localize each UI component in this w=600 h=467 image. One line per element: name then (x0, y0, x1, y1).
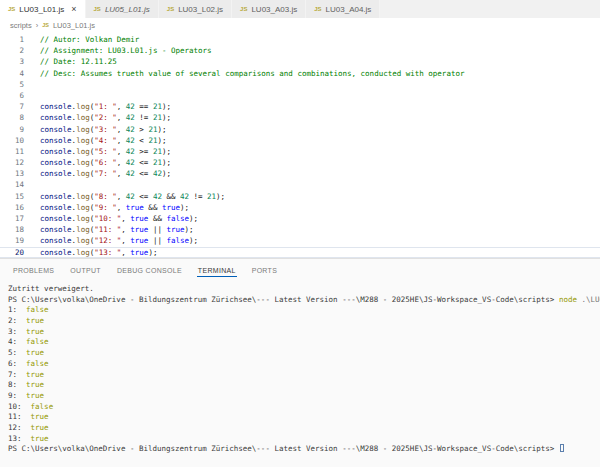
terminal-line: 10: false (8, 402, 600, 413)
code-line: 15console.log("8: ", 42 <= 42 && 42 != 2… (0, 191, 600, 202)
terminal-text-val: false (31, 402, 54, 411)
code-text: console.log("1: ", 42 == 21); (24, 101, 171, 112)
line-number: 7 (0, 101, 24, 112)
token-pun: ); (162, 158, 171, 167)
terminal-text-fg: 13: (8, 434, 31, 443)
token-kw: true (130, 248, 148, 257)
code-line: 16console.log("9: ", true && true); (0, 202, 600, 213)
token-pun: ); (162, 102, 171, 111)
token-var: console (40, 169, 72, 178)
terminal-text-val: true (26, 316, 44, 325)
line-number: 20 (0, 247, 24, 258)
token-pun: && (144, 203, 162, 212)
terminal-text-val: true (31, 423, 49, 432)
terminal-output[interactable]: Zutritt verweigert.PS C:\Users\volka\One… (0, 280, 600, 467)
code-text: console.log("13: ", true); (24, 247, 157, 258)
token-fn: log (76, 214, 90, 223)
token-num: 21 (153, 147, 162, 156)
code-text: console.log("2: ", 42 != 21); (24, 112, 171, 123)
tab-LU05_L01.js[interactable]: JSLU05_L01.js (86, 0, 159, 18)
line-number: 12 (0, 157, 24, 168)
token-pun: , (121, 248, 130, 257)
panel-tab-debug-console[interactable]: DEBUG CONSOLE (116, 263, 183, 277)
close-icon[interactable]: × (71, 5, 76, 14)
code-text: console.log("7: ", 42 <= 42); (24, 168, 171, 179)
panel-tab-problems[interactable]: PROBLEMS (12, 263, 55, 277)
token-var: console (40, 214, 72, 223)
token-str: "4: " (94, 136, 117, 145)
terminal-text-fg: 6: (8, 359, 26, 368)
line-number: 8 (0, 112, 24, 123)
terminal-text-arg: .\LU03_L01.js (577, 295, 600, 304)
line-number: 16 (0, 202, 24, 213)
token-pun: || (148, 236, 166, 245)
panel-tab-terminal[interactable]: TERMINAL (197, 263, 237, 277)
code-text (24, 90, 40, 101)
terminal-text-cmd: node (559, 295, 577, 304)
terminal-cursor (560, 444, 564, 452)
token-num: 42 (126, 158, 135, 167)
token-pun: ); (157, 125, 166, 134)
code-text: // Autor: Volkan Demir (24, 34, 139, 45)
code-text: console.log("6: ", 42 <= 21); (24, 157, 171, 168)
line-number: 9 (0, 124, 24, 135)
line-number: 19 (0, 235, 24, 246)
code-line: 11console.log("5: ", 42 >= 21); (0, 146, 600, 157)
token-pun: <= (135, 169, 153, 178)
token-pun: ); (189, 214, 198, 223)
terminal-line: PS C:\Users\volka\OneDrive - Bildungszen… (8, 444, 600, 455)
token-num: 42 (126, 102, 135, 111)
tab-LU03_A03.js[interactable]: JSLU03_A03.js (232, 0, 306, 18)
token-kw: false (166, 214, 189, 223)
code-line: 10console.log("4: ", 42 < 21); (0, 135, 600, 146)
terminal-line: 12: true (8, 423, 600, 434)
code-text: console.log("3: ", 42 > 21); (24, 124, 166, 135)
breadcrumb-folder[interactable]: scripts (10, 21, 32, 30)
token-var: console (40, 236, 72, 245)
line-number: 18 (0, 224, 24, 235)
terminal-line: 2: true (8, 316, 600, 327)
token-str: "8: " (94, 192, 117, 201)
panel-tab-bar: PROBLEMSOUTPUTDEBUG CONSOLETERMINALPORTS (0, 259, 600, 280)
editor-tab-bar: JSLU03_L01.js×JSLU05_L01.jsJSLU03_L02.js… (0, 0, 600, 18)
token-fn: log (76, 147, 90, 156)
code-text (24, 79, 40, 90)
panel-tab-ports[interactable]: PORTS (251, 263, 279, 277)
token-pun: >= (135, 147, 153, 156)
code-editor[interactable]: 1// Autor: Volkan Demir2// Assignment: L… (0, 32, 600, 258)
token-var: console (40, 192, 72, 201)
token-str: "5: " (94, 147, 117, 156)
token-fn: log (76, 136, 90, 145)
tab-LU03_A04.js[interactable]: JSLU03_A04.js (306, 0, 380, 18)
token-str: "12: " (94, 236, 121, 245)
terminal-text-fg: 11: (8, 412, 31, 421)
code-text: console.log("9: ", true && true); (24, 202, 189, 213)
token-fn: log (76, 102, 90, 111)
line-number: 17 (0, 213, 24, 224)
token-pun: , (117, 147, 126, 156)
token-fn: log (76, 248, 90, 257)
breadcrumb-file[interactable]: LU03_L01.js (53, 21, 95, 30)
token-fn: log (76, 225, 90, 234)
terminal-text-fg: 8: (8, 380, 26, 389)
terminal-line: 6: false (8, 359, 600, 370)
token-num: 21 (153, 158, 162, 167)
terminal-text-fg: 4: (8, 337, 26, 346)
panel-tab-output[interactable]: OUTPUT (69, 263, 102, 277)
tab-LU03_L01.js[interactable]: JSLU03_L01.js× (0, 0, 86, 18)
line-number: 5 (0, 79, 24, 90)
token-fn: log (76, 113, 90, 122)
breadcrumb: scripts › JS LU03_L01.js (0, 18, 600, 32)
code-text: console.log("11: ", true || true); (24, 224, 194, 235)
js-file-icon: JS (8, 6, 15, 12)
js-file-icon: JS (314, 6, 321, 12)
terminal-text-fg: PS C:\Users\volka\OneDrive - Bildungszen… (8, 295, 559, 304)
tab-label: LU03_L02.js (178, 5, 223, 14)
terminal-line: 1: false (8, 305, 600, 316)
token-pun: != (135, 113, 153, 122)
tab-LU03_L02.js[interactable]: JSLU03_L02.js (159, 0, 232, 18)
token-str: "2: " (94, 113, 117, 122)
token-num: 42 (153, 169, 162, 178)
token-str: "6: " (94, 158, 117, 167)
terminal-text-fg: 5: (8, 348, 26, 357)
